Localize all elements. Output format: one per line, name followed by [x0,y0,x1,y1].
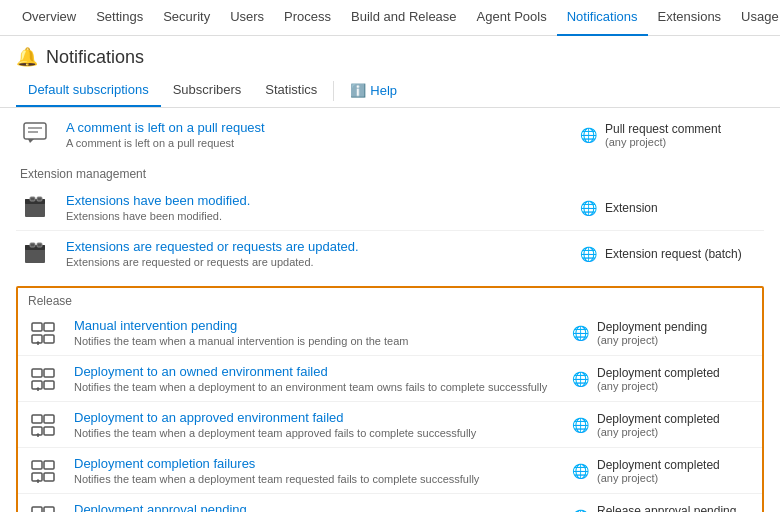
notif-type: Deployment completed [597,412,720,426]
notif-subtitle: A comment is left on a pull request [66,137,570,149]
nav-settings[interactable]: Settings [86,0,153,36]
nav-overview[interactable]: Overview [12,0,86,36]
notif-text-area: Deployment to an owned environment faile… [74,364,562,393]
notif-subtitle: Notifies the team when a deployment to a… [74,381,562,393]
notif-type-sub: (any project) [597,472,720,484]
svg-rect-15 [44,335,54,343]
notif-right: 🌐 Release approval pending (any project) [572,504,752,513]
svg-rect-29 [32,473,42,481]
notif-title[interactable]: Deployment to an approved environment fa… [74,410,562,425]
notif-type: Extension request (batch) [605,247,742,261]
content-area: A comment is left on a pull request A co… [0,108,780,512]
notif-text-area: Deployment to an approved environment fa… [74,410,562,439]
nav-users[interactable]: Users [220,0,274,36]
svg-rect-0 [24,123,46,139]
svg-rect-22 [32,415,42,423]
notif-title[interactable]: Extensions are requested or requests are… [66,239,570,254]
notif-title[interactable]: A comment is left on a pull request [66,120,570,135]
notif-subtitle: Notifies the team when a deployment team… [74,473,562,485]
extensions-icon [22,194,54,222]
notif-type: Extension [605,201,658,215]
release-icon-area [28,365,64,393]
notif-subtitle: Notifies the team when a manual interven… [74,335,562,347]
globe-icon: 🌐 [572,325,589,341]
notif-right: 🌐 Deployment completed (any project) [572,366,752,392]
bell-icon: 🔔 [16,46,38,68]
notif-subtitle: Notifies the team when a deployment team… [74,427,562,439]
notif-type-area: Deployment pending (any project) [597,320,707,346]
help-link[interactable]: ℹ️ Help [338,75,409,106]
globe-icon: 🌐 [572,509,589,513]
deployment-icon [30,411,62,439]
list-item: Deployment completion failures Notifies … [18,448,762,494]
svg-rect-14 [32,335,42,343]
nav-build-release[interactable]: Build and Release [341,0,467,36]
svg-rect-7 [37,197,42,201]
tab-statistics[interactable]: Statistics [253,74,329,107]
notif-text-area: Extensions are requested or requests are… [66,239,570,268]
tab-default-subscriptions[interactable]: Default subscriptions [16,74,161,107]
svg-rect-17 [32,369,42,377]
svg-rect-33 [44,507,54,513]
notif-type-area: Extension request (batch) [605,247,742,261]
page-header: 🔔 Notifications [0,36,780,74]
list-item: Deployment to an owned environment faile… [18,356,762,402]
svg-rect-25 [44,427,54,435]
svg-rect-27 [32,461,42,469]
tab-subscribers[interactable]: Subscribers [161,74,254,107]
comment-icon [22,121,54,149]
notif-type-sub: (any project) [597,380,720,392]
nav-extensions[interactable]: Extensions [648,0,732,36]
svg-rect-23 [44,415,54,423]
release-icon-area [28,503,64,513]
svg-rect-30 [44,473,54,481]
globe-icon: 🌐 [572,463,589,479]
nav-usage[interactable]: Usage [731,0,780,36]
globe-icon: 🌐 [572,371,589,387]
deployment-icon [30,457,62,485]
notif-title[interactable]: Deployment completion failures [74,456,562,471]
notif-type-sub: (any project) [597,334,707,346]
notif-title[interactable]: Extensions have been modified. [66,193,570,208]
list-item: Deployment to an approved environment fa… [18,402,762,448]
notif-text-area: Deployment approval pending Notifies the… [74,502,562,512]
notif-title[interactable]: Deployment to an owned environment faile… [74,364,562,379]
top-navigation: Overview Settings Security Users Process… [0,0,780,36]
svg-rect-6 [30,197,35,201]
svg-rect-24 [32,427,42,435]
page-title: Notifications [46,47,144,68]
extension-request-icon [22,240,54,268]
nav-divider [333,81,334,101]
release-icon-area [28,457,64,485]
nav-security[interactable]: Security [153,0,220,36]
deployment-icon [30,365,62,393]
notif-text-area: Extensions have been modified. Extension… [66,193,570,222]
list-item: Deployment approval pending Notifies the… [18,494,762,512]
help-circle-icon: ℹ️ [350,83,366,98]
svg-rect-20 [44,381,54,389]
globe-icon: 🌐 [572,417,589,433]
notif-type-area: Release approval pending (any project) [597,504,736,513]
notif-type-area: Deployment completed (any project) [597,458,720,484]
notif-type-area: Deployment completed (any project) [597,412,720,438]
notif-title[interactable]: Manual intervention pending [74,318,562,333]
notif-type: Deployment pending [597,320,707,334]
notif-right: 🌐 Extension [580,200,760,216]
notif-text-area: Manual intervention pending Notifies the… [74,318,562,347]
notif-type-area: Deployment completed (any project) [597,366,720,392]
svg-rect-18 [44,369,54,377]
nav-process[interactable]: Process [274,0,341,36]
extension-management-section: Extension management Extensions have bee… [16,157,764,276]
nav-notifications[interactable]: Notifications [557,0,648,36]
nav-agent-pools[interactable]: Agent Pools [467,0,557,36]
notif-title[interactable]: Deployment approval pending [74,502,562,512]
svg-marker-3 [28,139,34,143]
list-item: A comment is left on a pull request A co… [16,112,764,157]
notif-text-area: A comment is left on a pull request A co… [66,120,570,149]
notif-right: 🌐 Deployment pending (any project) [572,320,752,346]
notif-type: Release approval pending [597,504,736,513]
notif-type-sub: (any project) [605,136,721,148]
svg-rect-13 [44,323,54,331]
notif-subtitle: Extensions are requested or requests are… [66,256,570,268]
notif-right: 🌐 Pull request comment (any project) [580,122,760,148]
